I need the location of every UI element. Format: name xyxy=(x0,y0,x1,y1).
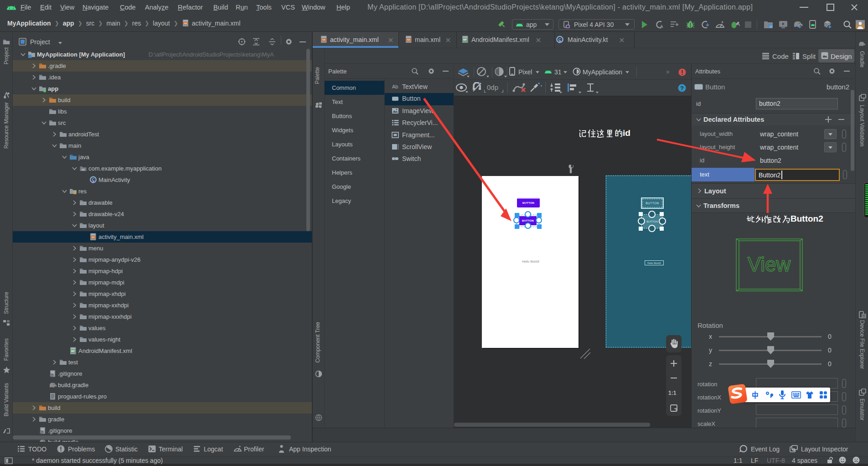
svg-text:View: View xyxy=(748,253,791,275)
svg-text:Ab: Ab xyxy=(392,84,398,89)
svg-text:?: ? xyxy=(680,85,684,92)
svg-text:A: A xyxy=(660,24,663,29)
svg-text:<>: <> xyxy=(184,22,187,25)
